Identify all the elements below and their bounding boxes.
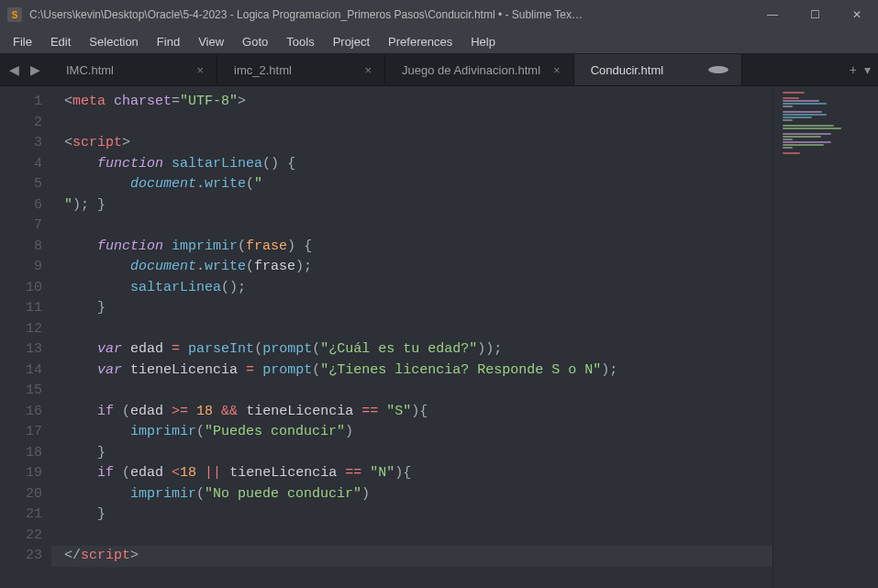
menubar: File Edit Selection Find View Goto Tools… [0,29,878,54]
menu-help[interactable]: Help [461,32,505,51]
menu-selection[interactable]: Selection [80,32,147,51]
tabbar-actions: + ▾ [842,54,878,85]
titlebar[interactable]: S C:\Users\kevin\Desktop\Oracle\5-4-2023… [0,0,878,29]
menu-tools[interactable]: Tools [277,32,323,51]
tab-label: imc_2.html [234,63,292,77]
vertical-scrollbar[interactable] [865,86,878,588]
tab-adivinacion[interactable]: Juego de Adivinacion.html × [385,54,574,85]
app-window: S C:\Users\kevin\Desktop\Oracle\5-4-2023… [0,0,878,588]
menu-find[interactable]: Find [148,32,189,51]
line-gutter[interactable]: 1234567891011121314151617181920212223 [0,86,51,588]
tab-close-icon[interactable]: × [351,63,372,77]
minimap-content [783,92,856,155]
minimize-button[interactable]: — [751,0,794,29]
tab-label: IMC.html [66,63,114,77]
menu-preferences[interactable]: Preferences [379,32,461,51]
nav-forward-icon[interactable]: ▶ [27,61,44,79]
tab-menu-icon[interactable]: ▾ [864,62,871,77]
tab-close-icon[interactable]: × [183,63,204,77]
editor: 1234567891011121314151617181920212223 <m… [0,86,878,588]
tabs: IMC.html × imc_2.html × Juego de Adivina… [50,54,842,85]
tab-imc2[interactable]: imc_2.html × [217,54,385,85]
tab-close-icon[interactable]: × [540,63,561,77]
tab-label: Juego de Adivinacion.html [402,63,540,77]
window-controls: — ☐ ✕ [751,0,878,29]
menu-project[interactable]: Project [324,32,379,51]
tab-dirty-dot-icon[interactable] [708,66,728,73]
tab-conducir[interactable]: Conducir.html [574,54,742,85]
tab-label: Conducir.html [591,63,663,77]
tabbar: ◀ ▶ IMC.html × imc_2.html × Juego de Adi… [0,54,878,86]
minimap[interactable] [772,86,865,588]
nav-back-icon[interactable]: ◀ [6,61,23,79]
menu-file[interactable]: File [4,32,41,51]
menu-view[interactable]: View [189,32,233,51]
new-tab-icon[interactable]: + [850,62,857,77]
tab-nav: ◀ ▶ [0,54,50,85]
menu-goto[interactable]: Goto [233,32,277,51]
maximize-button[interactable]: ☐ [794,0,836,29]
code-area[interactable]: <meta charset="UTF-8"> <script> function… [51,86,772,588]
close-button[interactable]: ✕ [836,0,878,29]
app-icon: S [7,7,22,22]
tab-imc[interactable]: IMC.html × [50,54,217,85]
menu-edit[interactable]: Edit [41,32,80,51]
window-title: C:\Users\kevin\Desktop\Oracle\5-4-2023 -… [29,8,751,21]
